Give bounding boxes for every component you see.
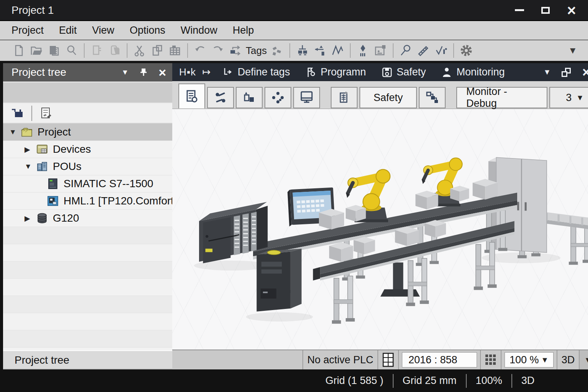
tab-monitoring[interactable]: Monitoring bbox=[441, 66, 505, 78]
maximize-button[interactable] bbox=[539, 4, 552, 17]
start-marker-button[interactable] bbox=[354, 42, 372, 59]
viewport-status-bar: No active PLC 100 % ▼ 3D ▼ bbox=[172, 350, 588, 369]
open-project-button[interactable] bbox=[28, 42, 45, 59]
footer-label: Project tree bbox=[15, 354, 69, 366]
tree-item-hmi[interactable]: HML.1 [TP120.Comfort] bbox=[3, 193, 172, 210]
tree-item-devices[interactable]: ▶ Devices bbox=[3, 141, 172, 158]
network-connect-button[interactable] bbox=[311, 42, 329, 59]
caret-down-icon[interactable]: ▼ bbox=[24, 162, 36, 171]
panel-dropdown-button[interactable]: ▼ bbox=[121, 68, 129, 77]
view-mode-button[interactable]: 3D bbox=[557, 350, 580, 369]
screenshot-button[interactable] bbox=[372, 42, 389, 59]
compile-device-button[interactable] bbox=[236, 87, 263, 108]
tab-label: Programn bbox=[320, 66, 366, 78]
new-document-icon bbox=[13, 44, 25, 57]
waveform-button[interactable] bbox=[329, 42, 346, 59]
tag-scatter-button[interactable] bbox=[268, 42, 286, 59]
undo-button[interactable] bbox=[191, 42, 209, 59]
menu-help[interactable]: Help bbox=[233, 24, 254, 36]
caret-right-icon[interactable]: ▶ bbox=[24, 214, 36, 223]
project-tree-title: Project tree bbox=[11, 66, 66, 78]
menu-edit[interactable]: Edit bbox=[59, 24, 77, 36]
tree-item-project[interactable]: ▼ Project bbox=[3, 124, 172, 141]
tab-safety[interactable]: Safety bbox=[381, 66, 426, 78]
edit-page-icon bbox=[39, 106, 53, 120]
tree-empty-row bbox=[3, 227, 172, 244]
status-bar: Grid (1 585 ) Grid 25 mm 100% 3D bbox=[0, 369, 588, 392]
project-tree-footer-tab[interactable]: Project tree bbox=[3, 350, 172, 369]
minimize-button[interactable] bbox=[513, 4, 526, 17]
tag-link-button[interactable] bbox=[227, 42, 244, 59]
save-button[interactable] bbox=[106, 42, 123, 59]
program-icon bbox=[305, 67, 317, 78]
copy-project-button[interactable] bbox=[45, 42, 63, 59]
close-button[interactable]: × bbox=[565, 4, 578, 17]
hmi-screen-button[interactable] bbox=[293, 87, 320, 108]
structure-doc-icon bbox=[185, 89, 199, 104]
tab-define-tags[interactable]: Define tags bbox=[222, 66, 290, 78]
3d-viewport[interactable] bbox=[172, 109, 588, 350]
editor-toolbar: Safety Monitor - Debug 3 ▼ bbox=[172, 81, 588, 109]
download-to-device-button[interactable] bbox=[294, 42, 311, 59]
tab-label: Define tags bbox=[238, 66, 290, 78]
coordinates-input[interactable] bbox=[402, 352, 477, 368]
tree-empty-row bbox=[3, 261, 172, 279]
toolbar-overflow-dropdown[interactable]: ▼ bbox=[568, 45, 577, 56]
monitor-icon bbox=[299, 90, 314, 105]
safety-matrix-button[interactable] bbox=[331, 87, 358, 108]
tab-program[interactable]: Programn bbox=[305, 66, 366, 78]
menu-options[interactable]: Options bbox=[130, 24, 165, 36]
person-icon bbox=[441, 67, 452, 78]
define-tags-icon bbox=[222, 67, 234, 78]
menu-view[interactable]: View bbox=[92, 24, 114, 36]
tree-empty-row bbox=[3, 330, 172, 348]
cut-button[interactable] bbox=[131, 42, 149, 59]
safety-mode-button[interactable]: Safety bbox=[359, 87, 417, 108]
paste-button[interactable] bbox=[149, 42, 166, 59]
insert-table-button[interactable] bbox=[166, 42, 184, 59]
search-button[interactable] bbox=[63, 42, 80, 59]
structure-view-button[interactable] bbox=[178, 83, 205, 108]
measure-button[interactable] bbox=[415, 42, 432, 59]
menu-project[interactable]: Project bbox=[11, 24, 44, 36]
float-editor-button[interactable] bbox=[562, 68, 571, 77]
settings-button[interactable] bbox=[457, 42, 475, 59]
box bbox=[354, 237, 375, 255]
caret-down-icon[interactable]: ▼ bbox=[9, 128, 21, 136]
flow-view-button[interactable] bbox=[419, 87, 446, 108]
split-edit-button[interactable] bbox=[207, 87, 234, 108]
snap-grid-button[interactable] bbox=[481, 350, 501, 369]
go-online-search-button[interactable] bbox=[397, 42, 415, 59]
network-view-button[interactable] bbox=[265, 87, 291, 108]
tree-item-pous[interactable]: ▼ POUs bbox=[3, 158, 172, 175]
edit-list-button[interactable] bbox=[38, 105, 55, 122]
print-button[interactable] bbox=[88, 42, 106, 59]
waveform-icon bbox=[331, 44, 344, 57]
tags-label: Tags bbox=[246, 45, 267, 57]
grid-window-button[interactable] bbox=[378, 350, 399, 369]
add-device-button[interactable] bbox=[8, 105, 26, 122]
verify-button[interactable] bbox=[432, 42, 450, 59]
pin-panel-button[interactable] bbox=[139, 68, 148, 77]
scissors-navy-icon bbox=[213, 90, 228, 105]
new-document-button[interactable] bbox=[10, 42, 28, 59]
zoom-dropdown[interactable]: 100 % ▼ bbox=[505, 352, 554, 368]
menu-window[interactable]: Window bbox=[181, 24, 217, 36]
view-mode-label: 3D bbox=[562, 354, 575, 366]
caret-right-icon[interactable]: ▶ bbox=[24, 145, 36, 154]
tab-label: Monitoring bbox=[456, 66, 505, 78]
tree-item-simatic-s7-1500[interactable]: SIMATIC S7--1500 bbox=[3, 175, 172, 193]
screenshot-icon bbox=[374, 44, 387, 57]
view-mode-dropdown[interactable]: ▼ bbox=[580, 350, 588, 369]
redo-button[interactable] bbox=[209, 42, 227, 59]
hmi-panel-icon bbox=[47, 195, 59, 207]
tree-item-g120[interactable]: ▶ G120 bbox=[3, 210, 172, 227]
close-editor-button[interactable]: × bbox=[582, 67, 588, 78]
pin-icon bbox=[139, 68, 148, 77]
view-count-dropdown[interactable]: 3 ▼ bbox=[549, 87, 588, 108]
monitor-debug-button[interactable]: Monitor - Debug bbox=[456, 87, 547, 108]
editor-dropdown-button[interactable]: ▼ bbox=[543, 68, 551, 77]
application-window: Project 1 × Project Edit View Options Wi… bbox=[0, 0, 588, 392]
monitor-debug-label: Monitor - Debug bbox=[466, 86, 537, 109]
close-panel-button[interactable]: × bbox=[158, 67, 166, 78]
